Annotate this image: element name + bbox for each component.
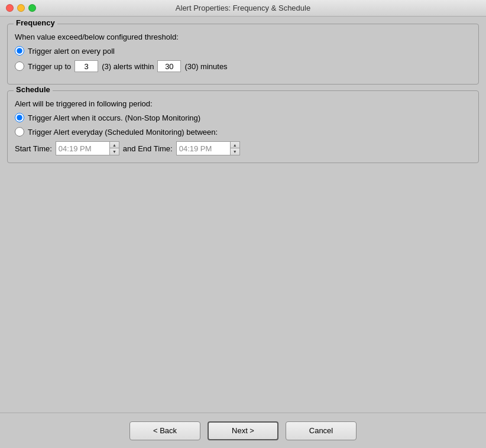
- frequency-option2-label-middle: (3) alerts within: [102, 62, 154, 71]
- title-bar: Alert Properties: Frequency & Schedule: [0, 0, 486, 17]
- zoom-button[interactable]: [28, 4, 36, 12]
- frequency-option2-label-suffix: (30) minutes: [184, 62, 227, 71]
- close-button[interactable]: [6, 4, 14, 12]
- end-time-input[interactable]: [177, 142, 230, 155]
- schedule-option2-radio[interactable]: [15, 127, 24, 137]
- start-time-down-button[interactable]: ▼: [110, 148, 119, 155]
- window-title: Alert Properties: Frequency & Schedule: [176, 4, 310, 12]
- start-time-spinner: ▲ ▼: [109, 142, 119, 155]
- time-row: Start Time: ▲ ▼ and End Time: ▲ ▼: [15, 141, 471, 155]
- frequency-title: Frequency: [14, 18, 57, 27]
- frequency-option1-radio[interactable]: [15, 46, 24, 56]
- start-time-wrapper: ▲ ▼: [56, 141, 119, 155]
- end-time-wrapper: ▲ ▼: [176, 141, 240, 155]
- frequency-minutes-input[interactable]: [157, 60, 181, 72]
- schedule-option2-row: Trigger Alert everyday (Scheduled Monito…: [15, 127, 471, 137]
- end-time-up-button[interactable]: ▲: [231, 142, 239, 148]
- end-time-down-button[interactable]: ▼: [231, 148, 239, 155]
- frequency-option2-label-prefix: Trigger up to: [28, 62, 71, 71]
- minimize-button[interactable]: [17, 4, 25, 12]
- end-time-spinner: ▲ ▼: [230, 142, 239, 155]
- next-button[interactable]: Next >: [208, 421, 278, 440]
- schedule-option2-label: Trigger Alert everyday (Scheduled Monito…: [28, 128, 218, 137]
- start-time-label: Start Time:: [15, 144, 52, 153]
- frequency-option1-label: Trigger alert on every poll: [28, 47, 115, 56]
- traffic-lights: [6, 4, 36, 12]
- schedule-group: Schedule Alert will be triggered in foll…: [7, 90, 479, 163]
- frequency-count-input[interactable]: [74, 60, 98, 72]
- schedule-option1-radio[interactable]: [15, 113, 24, 122]
- frequency-group: Frequency When value exceed/below config…: [7, 24, 479, 85]
- main-content: Frequency When value exceed/below config…: [0, 17, 486, 413]
- schedule-option1-label: Trigger Alert when it occurs. (Non-Stop …: [28, 113, 200, 122]
- schedule-title: Schedule: [14, 85, 53, 94]
- frequency-description: When value exceed/below configured thres…: [15, 33, 471, 41]
- schedule-description: Alert will be triggered in following per…: [15, 99, 471, 108]
- frequency-option1-row: Trigger alert on every poll: [15, 46, 471, 56]
- start-time-input[interactable]: [56, 142, 109, 155]
- cancel-button[interactable]: Cancel: [286, 421, 357, 440]
- frequency-option2-row: Trigger up to (3) alerts within (30) min…: [15, 60, 471, 72]
- back-button[interactable]: < Back: [129, 421, 200, 440]
- frequency-option2-radio[interactable]: [15, 61, 24, 71]
- and-label: and End Time:: [123, 144, 173, 153]
- button-bar: < Back Next > Cancel: [0, 413, 486, 448]
- schedule-option1-row: Trigger Alert when it occurs. (Non-Stop …: [15, 113, 471, 122]
- start-time-up-button[interactable]: ▲: [110, 142, 119, 148]
